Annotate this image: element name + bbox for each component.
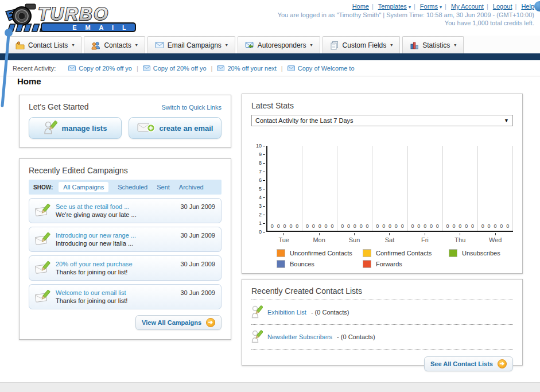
campaign-row[interactable]: Introducing our new range ... Introducin… <box>29 227 222 252</box>
contact-list-row[interactable]: Exhibition List - (0 Contacts) <box>251 304 513 320</box>
stats-period-selected-option: Contact Activity for the Last 7 Days <box>255 117 353 124</box>
campaign-row[interactable]: Welcome to our email list Thanks for joi… <box>29 284 222 309</box>
envelope-icon <box>68 65 76 71</box>
nav-tab-label: Contacts <box>104 41 131 49</box>
app-logo[interactable]: E M A I L TURBO <box>5 2 139 33</box>
chart-day-group: 00000 <box>372 146 407 231</box>
nav-tab-label: Autoresponders <box>258 41 306 49</box>
recent-activity-link: Copy of Welcome to <box>298 65 355 72</box>
contact-list-name-link[interactable]: Exhibition List <box>267 309 306 316</box>
envelope-pencil-icon <box>35 261 51 275</box>
envelope-plus-icon <box>137 122 155 134</box>
nav-tab-label: Email Campaigns <box>168 41 222 49</box>
nav-tab-custom-fields[interactable]: Custom Fields ▾ <box>323 36 401 53</box>
recent-activity-bar: Recent Activity: Copy of 20% off yo | Co… <box>0 60 540 76</box>
decorative-blue-dot <box>534 1 540 11</box>
view-all-campaigns-button[interactable]: View All Campaigns ➔ <box>135 315 222 330</box>
envelope-icon <box>143 65 150 71</box>
chart-x-tick-label: Tue <box>266 232 301 243</box>
manage-lists-button[interactable]: manage lists <box>29 117 122 139</box>
campaign-filter-bar: SHOW: All Campaigns Scheduled Sent Archi… <box>29 180 222 195</box>
chart-day-group: 00000 <box>478 146 513 231</box>
campaign-title-link[interactable]: 20% off your next purchase <box>56 261 133 267</box>
nav-tab-label: Contact Lists <box>28 41 68 49</box>
header-link-forms[interactable]: Forms <box>420 3 438 10</box>
get-started-panel: Let's Get Started Switch to Quick Links … <box>19 95 231 148</box>
chevron-down-icon: ▾ <box>454 42 456 48</box>
contact-list-name-link[interactable]: Newsletter Subscribers <box>267 333 332 340</box>
legend-swatch <box>363 249 371 257</box>
campaign-date: 30 Jun 2009 <box>180 230 215 239</box>
filter-scheduled[interactable]: Scheduled <box>118 184 147 191</box>
campaign-row[interactable]: 20% off your next purchase Thanks for jo… <box>29 255 222 281</box>
header-link-home[interactable]: Home <box>352 3 369 10</box>
recent-activity-item[interactable]: 20% off your next <box>217 65 276 72</box>
chart-day-group: 00000 <box>408 146 443 231</box>
header-link-my-account[interactable]: My Account <box>451 3 484 10</box>
chart-x-tick-label: Mon <box>301 232 336 243</box>
chevron-down-icon: ▾ <box>310 42 313 48</box>
logo-title: TURBO <box>38 3 109 24</box>
campaign-date: 30 Jun 2009 <box>180 258 215 267</box>
campaign-subtitle: We're giving away our late ... <box>56 211 137 218</box>
chart-day-group: 00000 <box>443 146 478 231</box>
nav-tab-contact-lists[interactable]: Contact Lists ▾ <box>8 36 81 53</box>
chart-x-tick-label: Sat <box>372 232 407 243</box>
nav-tab-label: Custom Fields <box>343 41 387 49</box>
chart-day-group: 00000 <box>302 146 337 231</box>
get-started-title: Let's Get Started <box>29 102 89 111</box>
nav-tab-label: Statistics <box>422 41 450 49</box>
header-link-logout[interactable]: Logout <box>493 3 512 10</box>
arrow-right-icon: ➔ <box>498 359 507 368</box>
chart-plot: 00000000000000000000000000000000000 <box>266 146 513 232</box>
recent-activity-item[interactable]: Copy of Welcome to <box>288 65 355 72</box>
switch-quick-links-link[interactable]: Switch to Quick Links <box>161 104 222 111</box>
latest-stats-panel: Latest Stats Contact Activity for the La… <box>242 94 523 274</box>
envelope-arrow-icon <box>245 41 254 49</box>
credits-status: You have 1,000 total credits left. <box>445 20 534 26</box>
chart-x-labels: TueMonSunSatFriThuWed <box>266 232 513 243</box>
campaign-title-link[interactable]: Welcome to our email list <box>56 289 127 296</box>
contact-lists-panel: Recently Created Contact Lists Exhibitio… <box>242 279 523 366</box>
contact-list-row[interactable]: Newsletter Subscribers - (0 Contacts) <box>251 329 513 345</box>
recent-activity-item[interactable]: Copy of 20% off yo <box>143 65 207 72</box>
arrow-right-icon: ➔ <box>206 318 215 327</box>
create-email-button[interactable]: create an email <box>129 117 222 139</box>
see-all-contact-lists-button[interactable]: See All Contact Lists ➔ <box>424 356 513 371</box>
show-label: SHOW: <box>33 184 53 191</box>
campaign-title-link[interactable]: See us at the retail food ... <box>56 203 137 210</box>
separator: | <box>211 65 213 72</box>
campaign-date: 30 Jun 2009 <box>180 287 215 296</box>
manage-lists-label: manage lists <box>62 124 107 133</box>
filter-sent[interactable]: Sent <box>157 184 170 191</box>
contact-list-detail: - (0 Contacts) <box>337 333 375 340</box>
contact-lists-title: Recently Created Contact Lists <box>251 286 513 296</box>
chevron-down-icon: ▼ <box>504 118 509 123</box>
legend-swatch <box>277 249 285 257</box>
header-link-help[interactable]: Help <box>521 3 534 10</box>
nav-tab-contacts[interactable]: Contacts ▾ <box>84 36 145 53</box>
campaigns-panel: Recently Edited Campaigns SHOW: All Camp… <box>19 158 231 340</box>
nav-tab-email-campaigns[interactable]: Email Campaigns ▾ <box>147 36 235 53</box>
chart-x-tick-label: Thu <box>442 232 477 243</box>
stats-period-select[interactable]: Contact Activity for the Last 7 Days ▼ <box>251 115 513 126</box>
chart-x-tick-label: Wed <box>478 232 513 243</box>
campaign-title-link[interactable]: Introducing our new range ... <box>56 232 136 239</box>
recent-activity-label: Recent Activity: <box>13 65 56 72</box>
chart-day-group: 00000 <box>267 146 302 231</box>
logged-in-status: You are logged in as "Timothy Smith" | S… <box>278 11 534 18</box>
chart-x-tick-label: Sun <box>337 232 372 243</box>
create-email-label: create an email <box>160 124 213 133</box>
envelope-icon <box>217 65 224 71</box>
nav-tab-statistics[interactable]: Statistics ▾ <box>402 36 464 53</box>
campaign-row[interactable]: See us at the retail food ... We're givi… <box>29 198 222 223</box>
header-link-templates[interactable]: Templates <box>378 3 407 10</box>
recent-activity-link: Copy of 20% off yo <box>153 65 207 72</box>
nav-tab-autoresponders[interactable]: Autoresponders ▾ <box>238 36 320 53</box>
filter-archived[interactable]: Archived <box>179 184 204 191</box>
filter-all-campaigns[interactable]: All Campaigns <box>59 182 108 192</box>
chart-x-tick-label: Fri <box>407 232 442 243</box>
top-header: E M A I L TURBO Home| Templates ▾| Forms… <box>0 0 540 36</box>
envelope-pencil-icon <box>35 204 51 218</box>
recent-activity-item[interactable]: Copy of 20% off yo <box>68 65 132 72</box>
